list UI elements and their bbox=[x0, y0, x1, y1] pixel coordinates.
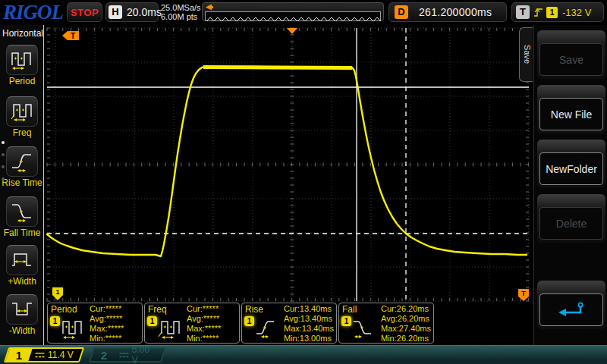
menu-item-label: Freq bbox=[0, 127, 44, 138]
trigger-source-badge: 1 bbox=[546, 7, 558, 18]
cur-value: ***** bbox=[105, 304, 121, 313]
sample-rate: 25.0MSa/s bbox=[161, 3, 201, 12]
trigger-position-marker-icon[interactable] bbox=[287, 28, 297, 34]
save-menu-tab: Save bbox=[519, 27, 533, 82]
measurement-stats: Cur:***** Avg:***** Max:***** Min:***** bbox=[90, 304, 124, 344]
min-value: 13.00ms bbox=[300, 334, 332, 343]
d-badge: D bbox=[395, 5, 408, 19]
min-value: ***** bbox=[203, 334, 219, 343]
measurement-panel-freq: Freq 1 Cur:***** Avg:***** Max:***** Min… bbox=[144, 303, 240, 344]
cur-value: 13.40ms bbox=[300, 304, 332, 313]
softkey-label: New File bbox=[539, 98, 603, 130]
oscilloscope-screen: RIGOL STOP H 20.0ms 25.0MSa/s 6.00M pts … bbox=[0, 0, 607, 364]
menu-item-freq[interactable]: Freq bbox=[0, 96, 44, 138]
menu-item-label: Fall Time bbox=[0, 228, 44, 238]
menu-item-label: +Width bbox=[0, 276, 44, 287]
menu-title: Horizontal bbox=[2, 28, 43, 39]
softkey-label: Delete bbox=[539, 207, 603, 240]
softkey-new-folder[interactable]: NewFolder bbox=[537, 140, 605, 188]
acquisition-info: 25.0MSa/s 6.00M pts bbox=[161, 3, 201, 21]
avg-value: 26.20ms bbox=[398, 314, 429, 323]
softkey-back[interactable] bbox=[537, 281, 605, 329]
plus-width-icon bbox=[11, 249, 33, 271]
trigger-level-offscreen-icon[interactable]: T bbox=[518, 289, 529, 301]
timebase-value: 20.0ms bbox=[127, 6, 162, 18]
measurement-channel-badge: 1 bbox=[341, 316, 351, 326]
softkey-new-file[interactable]: New File bbox=[537, 85, 605, 133]
cur-value: 26.20ms bbox=[397, 304, 429, 313]
measurement-name: Rise bbox=[245, 304, 263, 315]
avg-value: ***** bbox=[203, 314, 219, 323]
horizontal-timebase-panel: H 20.0ms bbox=[105, 2, 159, 22]
menu-item-period[interactable]: Period bbox=[0, 45, 44, 86]
ch1-waveform-trace bbox=[47, 67, 527, 256]
menu-item-plus-width[interactable]: +Width bbox=[0, 245, 44, 287]
channel-scale: 5.00 V bbox=[132, 344, 158, 364]
softkey-label: NewFolder bbox=[539, 152, 603, 185]
measurement-panel-fall: Fall 1 Cur:26.20ms Avg:26.20ms Max:27.40… bbox=[338, 303, 434, 344]
svg-text:1: 1 bbox=[55, 288, 59, 296]
page-dot bbox=[2, 165, 5, 168]
right-softkey-menu: Save New File NewFolder Delete bbox=[533, 25, 607, 345]
memory-depth: 6.00M pts bbox=[161, 12, 201, 21]
minus-width-icon bbox=[11, 298, 33, 321]
h-badge: H bbox=[109, 5, 122, 19]
measurement-stats: Cur:13.40ms Avg:13.40ms Max:13.40ms Min:… bbox=[284, 304, 334, 344]
menu-item-minus-width[interactable]: -Width bbox=[0, 294, 44, 336]
menu-item-fall-time[interactable]: Fall Time bbox=[0, 196, 44, 238]
rise-measure-icon bbox=[255, 318, 281, 340]
dc-coupling-icon bbox=[119, 352, 129, 359]
cur-value: ***** bbox=[203, 304, 219, 313]
page-dot bbox=[2, 141, 5, 144]
measurement-panel-period: Period 1 Cur:***** Avg:***** Max:***** M… bbox=[47, 303, 143, 344]
waveform-display: T T 1 bbox=[44, 25, 531, 302]
trigger-level-value: -132 V bbox=[562, 7, 591, 18]
measurement-panel-rise: Rise 1 Cur:13.40ms Avg:13.40ms Max:13.40… bbox=[241, 303, 337, 344]
max-value: ***** bbox=[108, 324, 124, 333]
delay-value: 261.200000ms bbox=[419, 6, 492, 18]
freq-measure-icon bbox=[158, 318, 184, 340]
memory-position-bar bbox=[202, 2, 384, 21]
memory-waveform-strip bbox=[205, 11, 381, 21]
dc-coupling-icon bbox=[35, 352, 45, 359]
max-value: 27.40ms bbox=[399, 324, 431, 333]
menu-item-label: Period bbox=[0, 76, 44, 86]
menu-item-label: -Width bbox=[0, 325, 44, 336]
svg-text:T: T bbox=[71, 32, 75, 40]
max-value: ***** bbox=[205, 324, 221, 333]
page-dot bbox=[2, 177, 5, 180]
memory-waveform-zigzag bbox=[206, 16, 382, 23]
fall-measure-icon bbox=[352, 318, 378, 340]
max-value: 13.40ms bbox=[302, 324, 334, 333]
channel-1-badge[interactable]: 1 11.4 V bbox=[4, 347, 84, 362]
menu-item-label: Rise Time bbox=[0, 177, 44, 188]
svg-text:T: T bbox=[521, 290, 526, 297]
measurement-name: Fall bbox=[342, 304, 357, 315]
softkey-delete[interactable]: Delete bbox=[537, 194, 605, 243]
channel-2-badge[interactable]: 2 5.00 V bbox=[89, 347, 166, 362]
softkey-label: Save bbox=[539, 43, 603, 76]
avg-value: ***** bbox=[106, 314, 122, 323]
trigger-panel: T 1 -132 V bbox=[511, 2, 604, 22]
left-measure-menu: Horizontal Period Freq bbox=[0, 25, 44, 345]
rising-edge-icon bbox=[533, 7, 543, 18]
period-icon bbox=[11, 49, 33, 71]
avg-value: 13.40ms bbox=[300, 314, 332, 323]
measurement-channel-badge: 1 bbox=[244, 316, 254, 326]
delay-panel: D 261.200000ms bbox=[388, 2, 507, 22]
ch1-position-offscreen-icon[interactable]: 1 bbox=[52, 287, 63, 300]
fall-time-icon bbox=[11, 200, 33, 223]
measurement-stats: Cur:***** Avg:***** Max:***** Min:***** bbox=[187, 304, 221, 344]
channel-number: 1 bbox=[16, 349, 22, 362]
page-dot bbox=[2, 153, 5, 156]
measurement-channel-badge: 1 bbox=[147, 316, 157, 326]
channel-number: 2 bbox=[100, 349, 106, 362]
trigger-offscreen-left-icon: T bbox=[62, 31, 79, 40]
return-arrow-icon bbox=[556, 301, 587, 319]
menu-item-rise-time[interactable]: Rise Time bbox=[0, 146, 44, 188]
min-value: 26.20ms bbox=[397, 334, 429, 343]
softkey-save[interactable]: Save bbox=[537, 30, 605, 79]
period-measure-icon bbox=[61, 318, 86, 340]
measurement-channel-badge: 1 bbox=[50, 316, 60, 326]
freq-icon bbox=[11, 100, 33, 123]
